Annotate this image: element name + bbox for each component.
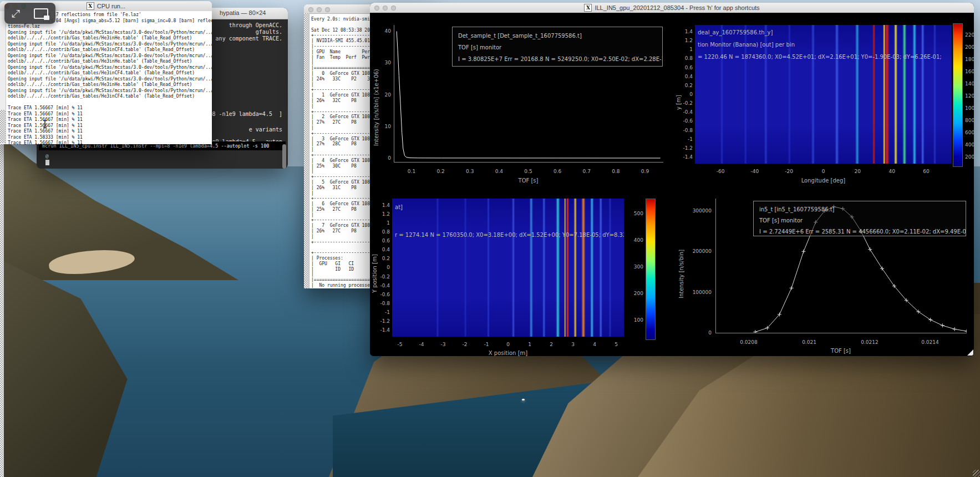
tl-legend[interactable]: Det_sample_t [Det_sample_t_1607759586.t]… <box>452 27 663 67</box>
tr-heatmap[interactable]: deal_ay_1607759586.th_y]tion Monitor (Ba… <box>695 25 952 164</box>
mcplot-title: ILL_IN5_gpu_20201212_085304 - Press 'h' … <box>595 4 759 11</box>
bl-xticks: -5-4-3-2-1012345 <box>400 342 616 347</box>
text-cursor-pointer <box>42 120 48 131</box>
cpu-run-scrollbar[interactable] <box>0 11 6 144</box>
bl-xlabel: X position [m] <box>392 350 624 356</box>
br-legend[interactable]: in5_t [in5_t_1607759586.t] TOF [s] monit… <box>753 201 966 236</box>
cpu-run-title: CPU run... <box>97 3 125 9</box>
bl-colorbar[interactable] <box>646 199 656 340</box>
tr-xlabel: Longitude [deg] <box>695 177 952 184</box>
tl-xlabel: TOF [s] <box>394 177 663 184</box>
mcplot-canvas: Intensity [n/s/bin] (x1e+06) 403020100 D… <box>370 13 974 356</box>
capture-toolbar: ⤢ <box>4 3 55 24</box>
br-yticks: 3000002000001000000 <box>690 211 712 333</box>
br-ylabel: Intensity [n/s/bin] <box>678 237 684 298</box>
tl-xticks: 0.10.20.30.40.50.60.70.80.9 <box>412 169 645 174</box>
close-button[interactable] <box>308 7 313 12</box>
hypatia-prompt: @ <box>45 153 48 159</box>
tr-legend-overlay: deal_ay_1607759586.th_y]tion Monitor (Ba… <box>698 27 952 63</box>
mcplot-window[interactable]: X ILL_IN5_gpu_20201212_085304 - Press 'h… <box>370 3 974 356</box>
tr-xticks: -60-40-200204060 <box>720 169 926 174</box>
br-xticks: 0.02080.0210.02120.0214 <box>749 339 930 345</box>
hypatia-scrollbar-thumb[interactable] <box>282 144 286 169</box>
bl-colorbar-ticks: 500400300200100 <box>622 214 643 320</box>
br-xlabel: TOF [s] <box>715 348 966 354</box>
mcplot-titlebar[interactable]: X ILL_IN5_gpu_20201212_085304 - Press 'h… <box>370 3 974 13</box>
cpu-run-output[interactable]: ead 17 reflections from file 'Fe.laz' c=… <box>8 12 212 144</box>
tr-colorbar-ticks: 2200200018001600140012001000800600400200 <box>965 35 974 157</box>
nvidia-scrollbar[interactable] <box>304 13 309 288</box>
tr-yticks: 1.41.210.80.60.40.20-0.2-0.4-0.6-0.8-1-1… <box>678 32 693 157</box>
resize-grip[interactable] <box>967 349 973 356</box>
tl-yticks: 403020100 <box>377 31 391 158</box>
close-button[interactable] <box>374 6 379 11</box>
expand-icon[interactable]: ⤢ <box>12 8 20 19</box>
bl-heatmap[interactable]: at] r = 1274.14 N = 1760350.0; X0=3.18E+… <box>392 199 624 337</box>
minimize-button[interactable] <box>317 7 322 12</box>
zoom-button[interactable] <box>391 6 396 11</box>
desktop: hypatia — 80×24 through OpenACC.gfaults.… <box>0 0 980 477</box>
bl-yticks: 1.41.210.80.60.40.20-0.2-0.4-0.6-0.8-1-1… <box>375 205 390 330</box>
hypatia-cursor <box>45 160 49 165</box>
x11-icon: X <box>584 4 592 12</box>
x11-icon: X <box>87 2 94 10</box>
tr-colorbar[interactable] <box>953 23 963 167</box>
resize-grip[interactable] <box>973 470 980 477</box>
minimize-button[interactable] <box>383 6 388 11</box>
zoom-button[interactable] <box>325 7 330 12</box>
hypatia-title: hypatia — 80×24 <box>220 9 266 16</box>
bl-legend-overlay: at] r = 1274.14 N = 1760350.0; X0=3.18E+… <box>395 200 624 242</box>
screenshot-icon[interactable] <box>34 8 48 19</box>
cpu-run-scrollbar-thumb[interactable] <box>0 110 6 143</box>
